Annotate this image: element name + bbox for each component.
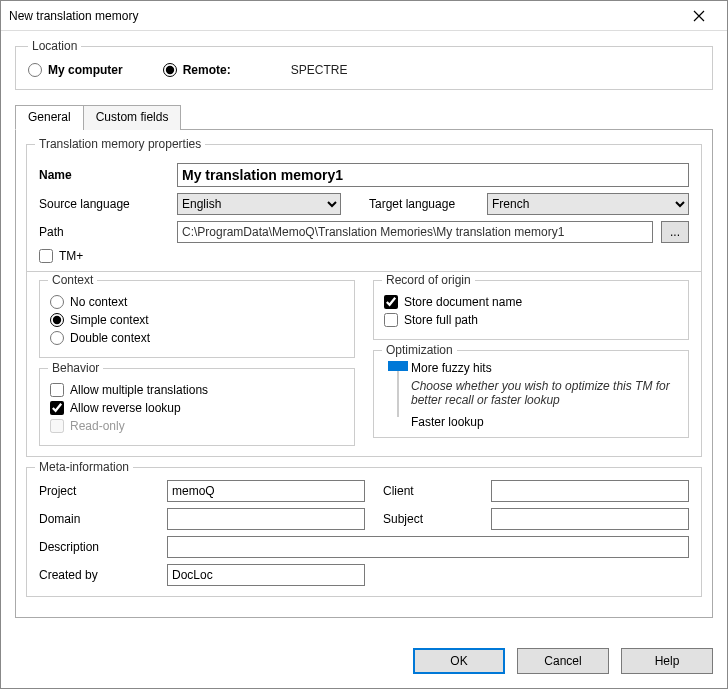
- meta-legend: Meta-information: [35, 460, 133, 474]
- tab-strip: General Custom fields: [15, 104, 713, 130]
- created-by-label: Created by: [39, 568, 149, 582]
- chk-storepath[interactable]: [384, 313, 398, 327]
- path-input: [177, 221, 653, 243]
- context-double-radio[interactable]: Double context: [50, 331, 344, 345]
- radio-mycomputer[interactable]: [28, 63, 42, 77]
- source-lang-select[interactable]: English: [177, 193, 341, 215]
- client-label: Client: [383, 484, 473, 498]
- path-label: Path: [39, 225, 169, 239]
- chk-allowreverse[interactable]: [50, 401, 64, 415]
- client-input[interactable]: [491, 480, 689, 502]
- remote-name: SPECTRE: [291, 63, 348, 77]
- behavior-legend: Behavior: [48, 361, 103, 375]
- description-label: Description: [39, 540, 149, 554]
- location-legend: Location: [28, 39, 81, 53]
- record-origin-group: Record of origin Store document name Sto…: [373, 280, 689, 340]
- context-simple-radio[interactable]: Simple context: [50, 313, 344, 327]
- subject-label: Subject: [383, 512, 473, 526]
- radio-simplecontext[interactable]: [50, 313, 64, 327]
- created-by-input[interactable]: [167, 564, 365, 586]
- chk-tmplus[interactable]: [39, 249, 53, 263]
- optim-desc: Choose whether you wish to optimize this…: [411, 379, 678, 407]
- close-button[interactable]: [679, 2, 719, 30]
- read-only-label: Read-only: [70, 419, 125, 433]
- props-legend: Translation memory properties: [35, 137, 205, 151]
- domain-input[interactable]: [167, 508, 365, 530]
- location-group: Location My computer Remote: SPECTRE: [15, 39, 713, 90]
- allow-multi-checkbox[interactable]: Allow multiple translations: [50, 383, 344, 397]
- optimization-group: Optimization More fuzzy hits Choose whet…: [373, 350, 689, 438]
- tab-custom-fields[interactable]: Custom fields: [83, 105, 182, 130]
- chk-allowmulti[interactable]: [50, 383, 64, 397]
- allow-reverse-checkbox[interactable]: Allow reverse lookup: [50, 401, 344, 415]
- tab-general[interactable]: General: [15, 105, 84, 130]
- remote-label: Remote:: [183, 63, 231, 77]
- target-lang-label: Target language: [369, 197, 479, 211]
- window-title: New translation memory: [9, 9, 679, 23]
- faster-lookup-label: Faster lookup: [411, 415, 678, 429]
- tm-plus-label: TM+: [59, 249, 83, 263]
- cancel-button[interactable]: Cancel: [517, 648, 609, 674]
- target-lang-select[interactable]: French: [487, 193, 689, 215]
- mycomputer-label: My computer: [48, 63, 123, 77]
- location-remote-radio[interactable]: Remote:: [163, 63, 231, 77]
- help-button[interactable]: Help: [621, 648, 713, 674]
- dialog-window: New translation memory Location My compu…: [0, 0, 728, 689]
- store-doc-checkbox[interactable]: Store document name: [384, 295, 678, 309]
- read-only-checkbox: Read-only: [50, 419, 344, 433]
- content-area: Location My computer Remote: SPECTRE Gen…: [15, 39, 713, 674]
- slider-thumb-icon[interactable]: [388, 361, 408, 371]
- subject-input[interactable]: [491, 508, 689, 530]
- chk-storedoc[interactable]: [384, 295, 398, 309]
- project-input[interactable]: [167, 480, 365, 502]
- store-path-label: Store full path: [404, 313, 478, 327]
- store-path-checkbox[interactable]: Store full path: [384, 313, 678, 327]
- dialog-footer: OK Cancel Help: [413, 648, 713, 674]
- browse-button[interactable]: ...: [661, 221, 689, 243]
- domain-label: Domain: [39, 512, 149, 526]
- source-lang-label: Source language: [39, 197, 169, 211]
- context-double-label: Double context: [70, 331, 150, 345]
- store-doc-label: Store document name: [404, 295, 522, 309]
- titlebar: New translation memory: [1, 1, 727, 31]
- project-label: Project: [39, 484, 149, 498]
- tab-body: Translation memory properties Name Sourc…: [15, 130, 713, 618]
- allow-multi-label: Allow multiple translations: [70, 383, 208, 397]
- ok-button[interactable]: OK: [413, 648, 505, 674]
- allow-reverse-label: Allow reverse lookup: [70, 401, 181, 415]
- meta-info-group: Meta-information Project Client Domain S…: [26, 467, 702, 597]
- radio-doublecontext[interactable]: [50, 331, 64, 345]
- description-input[interactable]: [167, 536, 689, 558]
- record-legend: Record of origin: [382, 273, 475, 287]
- context-simple-label: Simple context: [70, 313, 149, 327]
- chk-readonly: [50, 419, 64, 433]
- separator: [27, 271, 701, 272]
- context-group: Context No context Simple context: [39, 280, 355, 358]
- tm-plus-checkbox[interactable]: TM+: [39, 249, 83, 263]
- context-none-label: No context: [70, 295, 127, 309]
- context-none-radio[interactable]: No context: [50, 295, 344, 309]
- optimization-slider[interactable]: [388, 361, 401, 417]
- close-icon: [693, 10, 705, 22]
- tm-properties-group: Translation memory properties Name Sourc…: [26, 144, 702, 457]
- location-mycomputer-radio[interactable]: My computer: [28, 63, 123, 77]
- name-label: Name: [39, 168, 169, 182]
- behavior-group: Behavior Allow multiple translations All…: [39, 368, 355, 446]
- radio-nocontext[interactable]: [50, 295, 64, 309]
- context-legend: Context: [48, 273, 97, 287]
- radio-remote[interactable]: [163, 63, 177, 77]
- name-input[interactable]: [177, 163, 689, 187]
- optim-legend: Optimization: [382, 343, 457, 357]
- more-fuzzy-label: More fuzzy hits: [411, 361, 678, 375]
